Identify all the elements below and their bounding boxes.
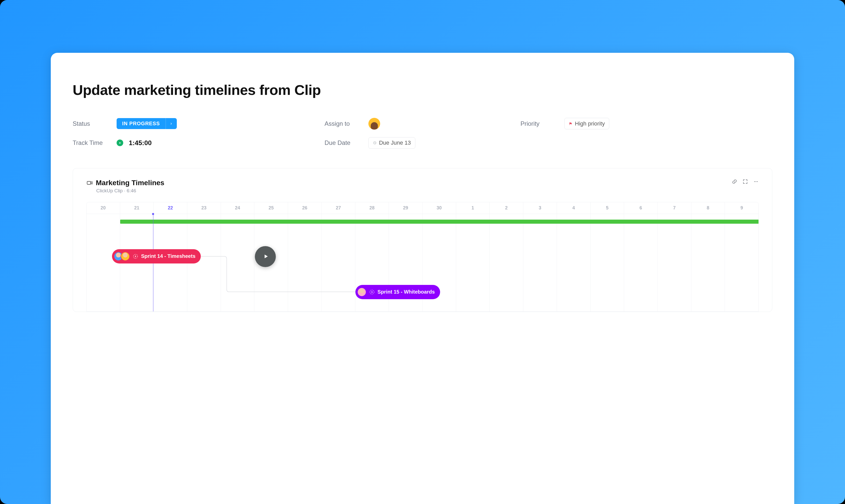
task-window: Update marketing timelines from Clip Sta…	[51, 53, 794, 504]
priority-text: High priority	[575, 120, 605, 127]
empty-cell	[520, 137, 772, 149]
timeline-date: 6	[624, 202, 658, 214]
timeline-column: 1	[456, 202, 490, 311]
priority-pill[interactable]: High priority	[564, 118, 609, 129]
due-date-pill[interactable]: Due June 13	[368, 137, 415, 149]
timeline-date: 3	[523, 202, 557, 214]
timeline-date: 9	[725, 202, 758, 214]
timeline-date: 28	[355, 202, 389, 214]
assignee-avatar[interactable]	[368, 118, 380, 130]
avatar-face	[371, 122, 378, 130]
timeline-date: 25	[254, 202, 288, 214]
svg-point-4	[757, 181, 758, 182]
track-time-play-button[interactable]	[116, 140, 123, 146]
play-icon	[119, 142, 122, 144]
due-date-cell: Due Date Due June 13	[325, 137, 520, 149]
due-date-label: Due Date	[325, 139, 363, 146]
timeline-date: 30	[422, 202, 456, 214]
more-icon[interactable]	[753, 179, 759, 184]
due-date-text: Due June 13	[379, 140, 411, 146]
timeline-date: 4	[557, 202, 590, 214]
clip-card: Marketing Timelines ClickUp Clip · 6:46 …	[73, 168, 772, 312]
timeline-date: 24	[221, 202, 254, 214]
track-time-value: 1:45:00	[129, 139, 152, 147]
timeline-column: 5	[591, 202, 624, 311]
link-icon[interactable]	[732, 179, 737, 184]
task-title: Update marketing timelines from Clip	[73, 82, 772, 98]
timeline-column: 4	[557, 202, 591, 311]
timeline-column: 7	[658, 202, 691, 311]
chevron-right-icon	[170, 122, 173, 125]
timeline-date: 1	[456, 202, 490, 214]
track-time-label: Track Time	[73, 139, 111, 146]
timeline-column: 2	[490, 202, 523, 311]
timeline-date: 7	[658, 202, 691, 214]
sprint-15-bar[interactable]: Sprint 15 - Whiteboards	[355, 285, 440, 299]
status-pill[interactable]: IN PROGRESS	[116, 118, 177, 129]
clip-subtitle: ClickUp Clip · 6:46	[96, 188, 164, 194]
timeline-column: 6	[624, 202, 658, 311]
flag-icon	[569, 122, 572, 125]
timeline-date: 20	[87, 202, 120, 214]
timeline-date: 29	[389, 202, 422, 214]
timeline-date: 26	[288, 202, 322, 214]
clock-icon	[373, 141, 377, 145]
clip-title: Marketing Timelines	[96, 179, 164, 187]
clip-actions	[732, 179, 759, 184]
timeline-column: 26	[288, 202, 322, 311]
svg-point-3	[756, 181, 756, 182]
timeline-date: 21	[120, 202, 154, 214]
sprint-icon	[133, 254, 138, 259]
status-next-button[interactable]	[166, 118, 177, 129]
status-text: IN PROGRESS	[116, 118, 166, 129]
timeline-today-dot	[152, 213, 154, 215]
clip-header: Marketing Timelines ClickUp Clip · 6:46	[73, 168, 772, 194]
timeline-date: 8	[691, 202, 725, 214]
timeline-date: 22	[154, 202, 187, 214]
timeline-column: 9	[725, 202, 758, 311]
sprint-14-avatar-2	[121, 252, 130, 261]
clip-play-button[interactable]	[255, 246, 276, 267]
priority-cell: Priority High priority	[520, 118, 772, 130]
timeline-column: 24	[221, 202, 255, 311]
sprint-14-bar[interactable]: Sprint 14 - Timesheets	[112, 249, 201, 264]
status-cell: Status IN PROGRESS	[73, 118, 325, 130]
task-meta-grid: Status IN PROGRESS Assign to Priority	[73, 118, 772, 149]
timeline[interactable]: 2021222324252627282930123456789 Sprint 1…	[86, 202, 759, 312]
assign-to-label: Assign to	[325, 120, 363, 127]
priority-label: Priority	[520, 120, 559, 127]
timeline-column: 8	[691, 202, 725, 311]
app-frame: Update marketing timelines from Clip Sta…	[0, 0, 845, 504]
sprint-icon	[369, 289, 375, 295]
sprint-14-label: Sprint 14 - Timesheets	[141, 253, 195, 259]
assignee-cell: Assign to	[325, 118, 520, 130]
sprint-15-avatar-1	[357, 287, 366, 296]
timeline-date: 2	[490, 202, 523, 214]
timeline-progress-bar	[120, 220, 759, 224]
svg-point-2	[754, 181, 755, 182]
timeline-date: 23	[187, 202, 221, 214]
video-icon	[86, 179, 93, 186]
svg-rect-1	[87, 182, 91, 185]
play-icon	[263, 253, 269, 260]
expand-icon[interactable]	[742, 179, 748, 184]
track-time-cell: Track Time 1:45:00	[73, 137, 325, 149]
timeline-column: 3	[523, 202, 557, 311]
timeline-date: 27	[322, 202, 355, 214]
timeline-date: 5	[591, 202, 624, 214]
sprint-15-label: Sprint 15 - Whiteboards	[378, 289, 435, 295]
timeline-column: 27	[322, 202, 355, 311]
status-label: Status	[73, 120, 111, 127]
